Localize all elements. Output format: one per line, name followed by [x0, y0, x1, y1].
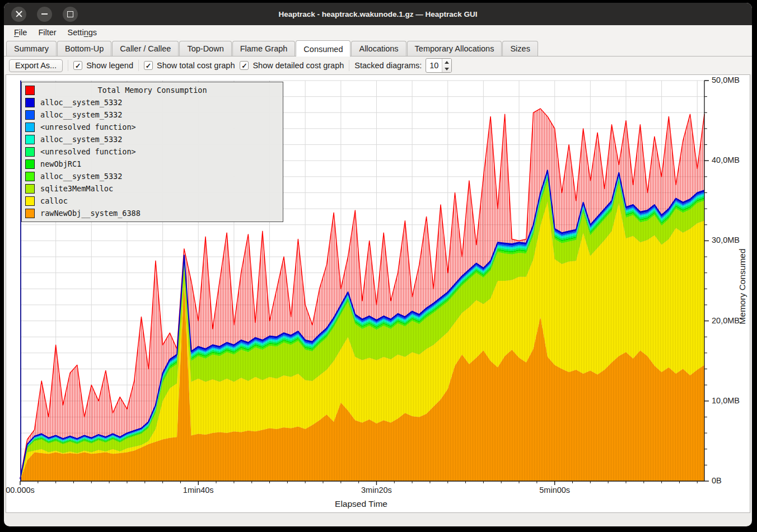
tab-flame-graph[interactable]: Flame Graph	[232, 41, 296, 56]
legend-swatch	[25, 147, 35, 157]
legend-label: <unresolved function>	[40, 147, 136, 156]
titlebar: Heaptrack - heaptrack.wakunode.1.gz — He…	[4, 3, 752, 25]
window-title: Heaptrack - heaptrack.wakunode.1.gz — He…	[4, 10, 752, 18]
legend-label: <unresolved function>	[40, 123, 136, 131]
stacked-diagrams-value[interactable]: 10	[426, 59, 442, 72]
y-tick-label: 50,0MB	[712, 76, 740, 84]
menubar: FileFilterSettings	[4, 25, 752, 39]
spinner-up-button[interactable]	[442, 59, 451, 65]
x-tick-label: 1min40s	[183, 486, 214, 495]
legend-swatch	[25, 159, 35, 169]
y-tick-label: 30,0MB	[712, 236, 740, 244]
legend-item: calloc	[22, 195, 283, 207]
legend-swatch	[25, 184, 35, 194]
y-tick-label: 10,0MB	[712, 396, 740, 405]
checkbox-label: Show total cost graph	[157, 61, 235, 70]
legend-swatch	[25, 135, 35, 144]
window-controls	[11, 7, 78, 22]
tabbar: SummaryBottom-UpCaller / CalleeTop-DownF…	[4, 39, 752, 57]
checkbox-check-icon: ✓	[240, 61, 249, 70]
tab-sizes[interactable]: Sizes	[502, 41, 538, 56]
legend-item: <unresolved function>	[22, 121, 283, 133]
legend-item: alloc__system_5332	[22, 170, 283, 182]
legend-item: rawNewObj__system_6388	[22, 207, 283, 219]
x-axis-title: Elapsed Time	[335, 499, 387, 509]
minimize-icon	[41, 13, 48, 15]
legend-label: sqlite3MemMalloc	[40, 184, 113, 193]
legend-label: alloc__system_5332	[40, 135, 122, 144]
legend-label: newObjRC1	[40, 159, 81, 168]
checkbox-show-legend[interactable]: ✓Show legend	[73, 61, 133, 70]
tab-caller-callee[interactable]: Caller / Callee	[112, 41, 179, 56]
stacked-diagrams-control: Stacked diagrams: 10	[354, 58, 452, 73]
close-button[interactable]	[11, 7, 26, 22]
stacked-diagrams-label: Stacked diagrams:	[354, 61, 422, 70]
legend-item: sqlite3MemMalloc	[22, 182, 283, 195]
x-tick-label: 00.000s	[6, 486, 35, 495]
tab-temporary-allocations[interactable]: Temporary Allocations	[407, 41, 502, 56]
export-as-button[interactable]: Export As...	[9, 59, 63, 72]
legend-label: calloc	[40, 196, 68, 205]
stacked-diagrams-spinbox[interactable]: 10	[426, 58, 452, 73]
toolbar: Export As... ✓Show legend✓Show total cos…	[4, 57, 752, 74]
tab-top-down[interactable]: Top-Down	[179, 41, 231, 56]
y-tick-label: 0B	[712, 476, 722, 485]
checkbox-show-detailed-cost-graph[interactable]: ✓Show detailed cost graph	[240, 61, 344, 70]
toolbar-separator	[138, 60, 139, 71]
spinner-down-icon	[445, 68, 449, 70]
chart-panel: 00.000s1min40s3min20s5min00s Total Memor…	[6, 74, 750, 513]
tab-allocations[interactable]: Allocations	[351, 41, 406, 56]
legend-swatch	[25, 98, 35, 107]
legend-item: alloc__system_5332	[22, 109, 283, 121]
menu-item-settings[interactable]: Settings	[62, 27, 102, 38]
spinner-down-button[interactable]	[442, 65, 451, 72]
tab-summary[interactable]: Summary	[6, 41, 57, 56]
legend-item: <unresolved function>	[22, 145, 283, 158]
legend-title: Total Memory Consumption	[22, 86, 283, 95]
minimize-button[interactable]	[37, 7, 52, 22]
close-icon	[16, 11, 22, 17]
tab-bottom-up[interactable]: Bottom-Up	[57, 41, 111, 56]
legend-item: newObjRC1	[22, 158, 283, 170]
toolbar-separator	[68, 60, 68, 71]
legend-swatch	[25, 196, 35, 206]
menu-item-file[interactable]: File	[8, 27, 32, 38]
checkbox-check-icon: ✓	[144, 61, 153, 70]
legend-swatch	[25, 110, 35, 120]
legend-item: alloc__system_5332	[22, 133, 283, 145]
tab-consumed[interactable]: Consumed	[296, 40, 351, 57]
app-window: Heaptrack - heaptrack.wakunode.1.gz — He…	[4, 3, 752, 526]
y-tick-label: 20,0MB	[712, 316, 740, 325]
maximize-icon	[67, 11, 73, 17]
legend-label: alloc__system_5332	[40, 172, 122, 181]
legend-swatch	[25, 172, 35, 181]
checkbox-label: Show legend	[86, 61, 133, 70]
legend-label: rawNewObj__system_6388	[40, 209, 141, 218]
legend-title-row: Total Memory Consumption	[22, 84, 283, 96]
toolbar-separator	[349, 60, 349, 71]
x-tick-label: 3min20s	[361, 486, 392, 495]
legend-swatch	[25, 123, 35, 132]
y-axis-title: Memory Consumed	[737, 248, 747, 324]
legend-item: alloc__system_5332	[22, 96, 283, 109]
legend-label: alloc__system_5332	[40, 98, 122, 107]
checkbox-show-total-cost-graph[interactable]: ✓Show total cost graph	[144, 61, 235, 70]
y-tick-label: 40,0MB	[712, 156, 740, 164]
x-tick-label: 5min00s	[539, 486, 570, 495]
chart-legend: Total Memory Consumptionalloc__system_53…	[21, 82, 283, 222]
maximize-button[interactable]	[63, 7, 78, 22]
menu-item-filter[interactable]: Filter	[32, 27, 62, 38]
legend-label: alloc__system_5332	[40, 110, 122, 119]
spinner-up-icon	[445, 61, 449, 64]
legend-swatch	[25, 209, 35, 218]
checkbox-check-icon: ✓	[73, 61, 82, 70]
spinner-arrows	[442, 59, 451, 72]
checkbox-label: Show detailed cost graph	[253, 61, 344, 70]
